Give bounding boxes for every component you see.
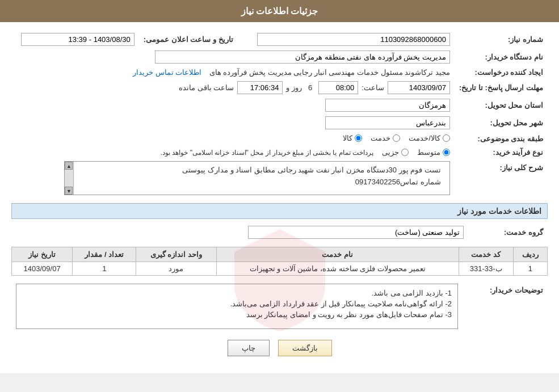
category-kala-khedmat-label: کالا/خدمت xyxy=(409,134,440,142)
table-cell-code: ب-33-331 xyxy=(459,262,513,276)
remark-item: 2- ارائه گواهی‌نامه صلاحیت پیمانکار قبل … xyxy=(22,300,452,308)
need-number-input[interactable] xyxy=(257,33,450,46)
need-number-label: شماره نیاز: xyxy=(455,31,548,48)
back-button[interactable]: بازگشت xyxy=(278,340,332,356)
buyer-org-input[interactable] xyxy=(155,50,450,64)
remark-item: 3- تمام صفحات فایل‌های مورد نظر به رویت … xyxy=(22,310,452,319)
buyer-org-cell xyxy=(11,48,455,66)
creator-cell: مجید ترکاشوند مسئول خدمات مهندسی انبار ر… xyxy=(11,66,455,79)
category-label: طبقه بندی موضوعی: xyxy=(455,132,548,146)
deadline-days: 6 xyxy=(308,83,312,92)
process-mutavasset-label: متوسط xyxy=(417,148,440,157)
creator-label: ایجاد کننده درخواست: xyxy=(455,66,548,79)
remarks-table: توضیحات خریدار: 1- بازدید الزامی می باشد… xyxy=(11,281,548,331)
buttons-row: بازگشت چاپ xyxy=(11,340,548,356)
page-wrapper: جزئیات اطلاعات نیاز شماره نیاز: تاریخ و … xyxy=(0,0,559,373)
category-option-kala-khedmat[interactable]: کالا/خدمت xyxy=(409,134,450,142)
category-kala-khedmat-radio[interactable] xyxy=(443,134,450,142)
remarks-list: 1- بازدید الزامی می باشد.2- ارائه گواهی‌… xyxy=(22,289,452,319)
deadline-date-time: ساعت: 6 روز و ساعت باقی مانده xyxy=(16,81,450,94)
th-name: نام خدمت xyxy=(216,247,459,262)
service-group-input[interactable] xyxy=(248,226,464,239)
city-row: شهر محل تحویل: xyxy=(11,114,548,132)
category-khedmat-radio[interactable] xyxy=(393,134,400,142)
description-cell: ▲ ▼ تست فوم پور 30دستگاه مخزن انبار نفت … xyxy=(11,159,455,197)
category-option-khedmat[interactable]: خدمت xyxy=(371,134,400,142)
th-unit: واحد اندازه گیری xyxy=(136,247,216,262)
th-qty: تعداد / مقدار xyxy=(73,247,136,262)
announce-input[interactable] xyxy=(21,33,135,46)
buyer-org-label: نام دستگاه خریدار: xyxy=(455,48,548,66)
process-jozi-radio[interactable] xyxy=(401,149,409,156)
services-section-header: اطلاعات خدمات مورد نیاز xyxy=(11,203,548,219)
remarks-cell: 1- بازدید الزامی می باشد.2- ارائه گواهی‌… xyxy=(11,281,468,331)
category-option-kala[interactable]: کالا xyxy=(343,134,362,142)
service-group-row: گروه خدمت: xyxy=(11,224,548,241)
category-row: طبقه بندی موضوعی: کالا/خدمت خدمت کالا xyxy=(11,132,548,146)
process-option-jozi[interactable]: جزیی xyxy=(382,148,409,157)
category-kala-radio[interactable] xyxy=(355,134,362,142)
process-jozi-label: جزیی xyxy=(382,148,399,157)
content-area: شماره نیاز: تاریخ و ساعت اعلان عمومی: نا… xyxy=(0,22,559,373)
contact-link[interactable]: اطلاعات تماس خریدار xyxy=(133,68,201,77)
category-radio-group: کالا/خدمت خدمت کالا xyxy=(343,134,450,142)
table-cell-qty: 1 xyxy=(73,262,136,276)
deadline-time-input[interactable] xyxy=(318,81,358,94)
table-cell-name: تعمیر محصولات فلزی ساخته شده، ماشین آلات… xyxy=(216,262,459,276)
city-label: شهر محل تحویل: xyxy=(455,114,548,132)
description-line1: تست فوم پور 30دستگاه مخزن انبار نفت شهید… xyxy=(182,165,440,176)
process-row: نوع فرآیند خرید: متوسط جزیی پرداخت تمام … xyxy=(11,146,548,159)
main-form-table: شماره نیاز: تاریخ و ساعت اعلان عمومی: نا… xyxy=(11,31,548,197)
buyer-org-row: نام دستگاه خریدار: xyxy=(11,48,548,66)
table-cell-row: 1 xyxy=(513,262,547,276)
deadline-days-label: روز و xyxy=(286,83,302,92)
service-group-cell xyxy=(11,224,468,241)
creator-value: مجید ترکاشوند مسئول خدمات مهندسی انبار ر… xyxy=(209,68,450,77)
scroll-down-btn[interactable]: ▼ xyxy=(65,187,73,195)
th-code: کد خدمت xyxy=(459,247,513,262)
scroll-up-btn[interactable]: ▲ xyxy=(65,162,73,170)
print-button[interactable]: چاپ xyxy=(228,340,270,356)
deadline-date-input[interactable] xyxy=(388,81,450,94)
description-line2: شماره تماس09173402256 xyxy=(182,176,440,188)
need-number-cell xyxy=(245,31,455,48)
process-label: نوع فرآیند خرید: xyxy=(455,146,548,159)
table-body: 1ب-33-331تعمیر محصولات فلزی ساخته شده، م… xyxy=(12,262,548,276)
city-input[interactable] xyxy=(325,116,450,129)
table-cell-unit: مورد xyxy=(136,262,216,276)
creator-row: ایجاد کننده درخواست: مجید ترکاشوند مسئول… xyxy=(11,66,548,79)
process-option-mutavasset[interactable]: متوسط xyxy=(417,148,450,157)
process-note: پرداخت تمام یا بخشی از مبلغ خریدار از مح… xyxy=(161,149,373,157)
category-kala-label: کالا xyxy=(343,134,352,142)
table-head: ردیف کد خدمت نام خدمت واحد اندازه گیری ت… xyxy=(12,247,548,262)
service-group-table: گروه خدمت: xyxy=(11,224,548,241)
announce-cell xyxy=(11,31,139,48)
table-cell-date: 1403/09/07 xyxy=(12,262,73,276)
page-header: جزئیات اطلاعات نیاز xyxy=(0,0,559,22)
service-group-label: گروه خدمت: xyxy=(468,224,548,241)
process-type-row: متوسط جزیی پرداخت تمام یا بخشی از مبلغ خ… xyxy=(16,148,450,157)
city-cell xyxy=(11,114,455,132)
scroll-indicator: ▲ ▼ xyxy=(65,162,74,195)
province-input[interactable] xyxy=(325,99,450,112)
announce-label: تاریخ و ساعت اعلان عمومی: xyxy=(139,31,245,48)
deadline-remaining-label: ساعت باقی مانده xyxy=(179,83,234,92)
services-data-table: ردیف کد خدمت نام خدمت واحد اندازه گیری ت… xyxy=(11,247,548,276)
description-content: تست فوم پور 30دستگاه مخزن انبار نفت شهید… xyxy=(171,165,446,188)
need-number-row: شماره نیاز: تاریخ و ساعت اعلان عمومی: xyxy=(11,31,548,48)
remarks-label: توضیحات خریدار: xyxy=(468,281,548,331)
th-date: تاریخ نیاز xyxy=(12,247,73,262)
province-row: استان محل تحویل: xyxy=(11,96,548,114)
deadline-remaining-input[interactable] xyxy=(237,81,283,94)
deadline-row: مهلت ارسال پاسخ: تا تاریخ: ساعت: 6 روز و… xyxy=(11,79,548,96)
deadline-time-label: ساعت: xyxy=(362,83,384,92)
category-cell: کالا/خدمت خدمت کالا xyxy=(11,132,455,146)
description-label: شرح کلی نیاز: xyxy=(455,159,548,197)
remarks-box: 1- بازدید الزامی می باشد.2- ارائه گواهی‌… xyxy=(16,284,458,329)
process-mutavasset-radio[interactable] xyxy=(443,149,450,156)
deadline-cell: ساعت: 6 روز و ساعت باقی مانده xyxy=(11,79,455,96)
process-cell: متوسط جزیی پرداخت تمام یا بخشی از مبلغ خ… xyxy=(11,146,455,159)
category-khedmat-label: خدمت xyxy=(371,134,390,142)
page-title: جزئیات اطلاعات نیاز xyxy=(241,6,318,16)
description-row: شرح کلی نیاز: ▲ ▼ تست فوم پور 30دستگاه م… xyxy=(11,159,548,197)
